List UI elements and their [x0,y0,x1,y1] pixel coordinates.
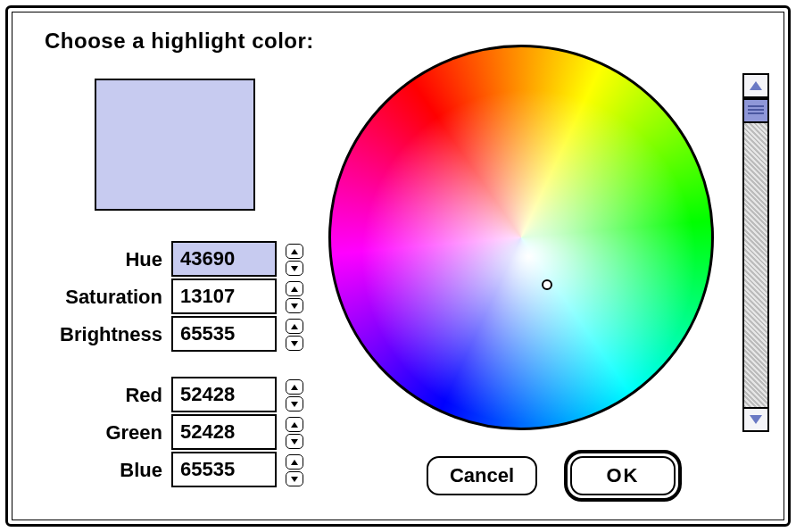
blue-input[interactable] [171,452,277,487]
red-label: Red [20,384,171,407]
scrollbar-track[interactable] [742,98,769,407]
arrow-down-icon [750,415,762,424]
brightness-input[interactable] [171,316,277,352]
rgb-group: Red Green Blue [20,377,314,489]
color-wheel[interactable] [328,45,714,430]
dialog-buttons: Cancel OK [427,450,682,502]
green-step-down[interactable] [286,434,303,449]
red-input[interactable] [171,377,277,412]
saturation-row: Saturation [20,278,314,316]
hue-label: Hue [20,248,171,271]
dialog-title: Choose a highlight color: [45,29,314,54]
green-stepper [286,417,303,449]
green-row: Green [20,414,314,452]
color-wheel-cursor[interactable] [542,279,552,290]
brightness-label: Brightness [20,323,171,346]
red-stepper [286,379,303,411]
arrow-up-icon [291,422,298,428]
hue-input[interactable] [171,241,277,277]
scrollbar-up-button[interactable] [742,73,769,98]
scrollbar-thumb[interactable] [744,98,767,123]
arrow-down-icon [291,266,298,271]
brightness-step-up[interactable] [286,319,303,334]
brightness-step-down[interactable] [286,336,303,351]
hue-row: Hue [20,241,314,278]
arrow-down-icon [291,303,298,309]
arrow-up-icon [291,385,298,390]
arrow-up-icon [291,324,298,329]
arrow-down-icon [291,402,298,407]
blue-step-up[interactable] [286,454,303,470]
hue-stepper [286,244,303,276]
green-input[interactable] [171,414,277,450]
brightness-stepper [286,319,303,351]
hsb-group: Hue Saturation Brightness [20,241,314,353]
arrow-down-icon [291,341,298,346]
value-fields: Hue Saturation Brightness [20,241,314,489]
default-button-ring: OK [564,450,682,502]
saturation-label: Saturation [20,286,171,309]
color-picker-window: Choose a highlight color: Hue Saturation [5,5,791,527]
blue-label: Blue [20,459,171,482]
saturation-step-up[interactable] [286,281,303,296]
arrow-down-icon [291,477,298,482]
brightness-row: Brightness [20,316,314,353]
ok-button[interactable]: OK [570,456,676,495]
saturation-input[interactable] [171,278,277,314]
blue-stepper [286,454,303,486]
arrow-up-icon [750,81,762,90]
saturation-stepper [286,281,303,313]
brightness-scrollbar [742,73,769,432]
red-step-up[interactable] [286,379,303,395]
red-row: Red [20,377,314,414]
blue-row: Blue [20,452,314,489]
color-swatch [95,79,255,211]
arrow-up-icon [291,460,298,465]
scrollbar-down-button[interactable] [742,407,769,432]
window-inner: Choose a highlight color: Hue Saturation [12,12,784,520]
arrow-up-icon [291,287,298,292]
saturation-step-down[interactable] [286,298,303,313]
green-step-up[interactable] [286,417,303,432]
hue-step-down[interactable] [286,261,303,276]
hue-step-up[interactable] [286,244,303,259]
blue-step-down[interactable] [286,471,303,486]
arrow-down-icon [291,439,298,445]
red-step-down[interactable] [286,396,303,411]
arrow-up-icon [291,249,298,254]
cancel-button[interactable]: Cancel [427,456,537,495]
green-label: Green [20,421,171,445]
